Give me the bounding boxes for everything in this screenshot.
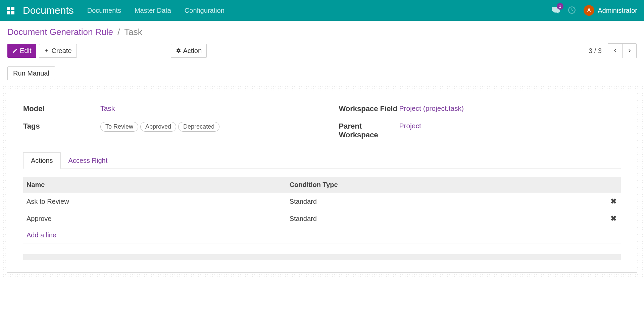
table-row-add: Add a line [23, 227, 621, 243]
breadcrumb-sep: / [117, 27, 120, 37]
create-button-label: Create [51, 47, 71, 55]
cell-name: Ask to Review [23, 193, 286, 210]
messages-badge: 1 [557, 3, 563, 10]
nav-link-documents[interactable]: Documents [87, 7, 121, 14]
breadcrumb-current: Task [124, 27, 142, 37]
tab-access-right[interactable]: Access Right [61, 152, 115, 169]
avatar: A [584, 5, 594, 16]
chevron-left-icon [612, 48, 618, 54]
parent-workspace-value[interactable]: Project [399, 122, 421, 130]
workspace-field-label: Workspace Field [322, 104, 399, 113]
user-menu[interactable]: A Administrator [584, 5, 637, 16]
control-bar: Document Generation Rule / Task Edit Cre… [0, 21, 644, 63]
th-condition-type[interactable]: Condition Type [286, 177, 606, 193]
table-footer-bar [23, 254, 621, 260]
actions-table: Name Condition Type Ask to Review Standa… [23, 177, 621, 243]
app-title[interactable]: Documents [23, 5, 74, 16]
run-manual-button[interactable]: Run Manual [7, 66, 55, 80]
model-label: Model [23, 104, 100, 113]
nav-link-master-data[interactable]: Master Data [135, 7, 171, 14]
cell-condition: Standard [286, 210, 606, 227]
edit-button-label: Edit [20, 47, 31, 55]
tag-approved[interactable]: Approved [140, 122, 176, 132]
username: Administrator [598, 7, 637, 14]
breadcrumb: Document Generation Rule / Task [7, 27, 637, 37]
parent-workspace-label: Parent Workspace [322, 122, 399, 139]
status-bar: Run Manual [0, 63, 644, 85]
messages-icon[interactable]: 1 [551, 6, 560, 15]
top-nav: Documents Documents Master Data Configur… [0, 0, 644, 21]
delete-row-icon[interactable]: ✖ [610, 214, 616, 223]
tags-container: To Review Approved Deprecated [100, 122, 322, 132]
apps-icon[interactable] [7, 7, 14, 14]
th-name[interactable]: Name [23, 177, 286, 193]
tag-to-review[interactable]: To Review [100, 122, 138, 132]
tags-label: Tags [23, 122, 100, 131]
run-manual-label: Run Manual [13, 69, 49, 77]
delete-row-icon[interactable]: ✖ [610, 197, 616, 205]
gear-icon [176, 48, 181, 53]
pager-prev-button[interactable] [608, 44, 622, 58]
chevron-right-icon [627, 48, 633, 54]
cell-condition: Standard [286, 193, 606, 210]
create-button[interactable]: Create [39, 44, 77, 58]
breadcrumb-parent[interactable]: Document Generation Rule [7, 27, 113, 37]
table-row[interactable]: Approve Standard ✖ [23, 210, 621, 227]
action-button[interactable]: Action [171, 44, 207, 58]
table-row[interactable]: Ask to Review Standard ✖ [23, 193, 621, 210]
add-line-link[interactable]: Add a line [27, 231, 56, 239]
workspace-field-value[interactable]: Project (project.task) [399, 104, 464, 112]
tag-deprecated[interactable]: Deprecated [178, 122, 219, 132]
action-button-label: Action [183, 47, 202, 55]
pencil-icon [12, 48, 18, 53]
model-value[interactable]: Task [100, 104, 115, 112]
nav-link-configuration[interactable]: Configuration [185, 7, 225, 14]
edit-button[interactable]: Edit [7, 44, 36, 58]
activity-clock-icon[interactable] [567, 6, 576, 15]
pager-text: 3 / 3 [589, 47, 602, 55]
tabs: Actions Access Right [23, 152, 621, 169]
tab-actions[interactable]: Actions [23, 152, 61, 169]
cell-name: Approve [23, 210, 286, 227]
plus-icon [44, 48, 49, 53]
form-sheet: Model Task Workspace Field Project (proj… [7, 92, 637, 273]
pager-next-button[interactable] [622, 44, 636, 58]
